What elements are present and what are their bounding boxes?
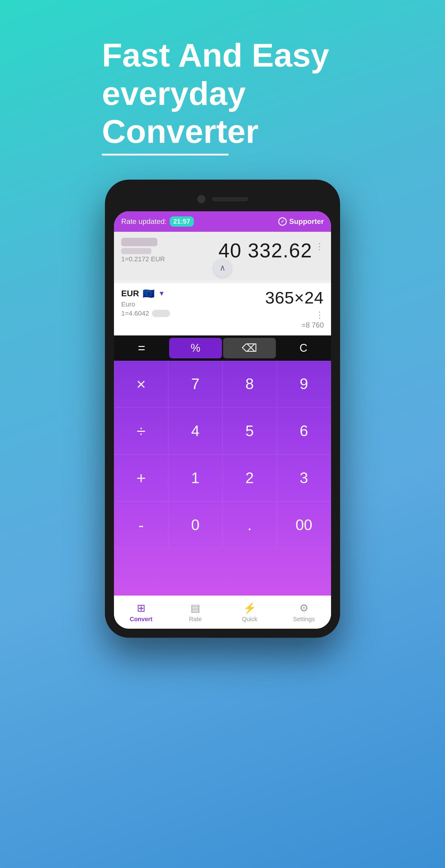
swap-row: ∧ xyxy=(114,265,331,280)
currency-amount-right: 365×24 ⋮ =8 760 xyxy=(265,288,324,330)
calc-key-3[interactable]: 3 xyxy=(277,455,331,501)
calc-key-×[interactable]: × xyxy=(114,361,168,408)
currency-amount-1: 40 332.62 xyxy=(218,239,313,262)
rate-pill xyxy=(152,310,170,317)
calc-key-00[interactable]: 00 xyxy=(277,501,331,549)
headline-line1: Fast And Easy xyxy=(102,36,329,73)
nav-icon-quick: ⚡ xyxy=(243,602,256,614)
calc-key-4[interactable]: 4 xyxy=(168,407,222,455)
currency-name: Euro xyxy=(121,301,170,308)
bottom-nav: ⊞Convert▤Rate⚡Quick⚙Settings xyxy=(114,595,331,629)
dropdown-arrow-icon[interactable]: ▼ xyxy=(158,290,165,298)
rate-updated-label: Rate updated: xyxy=(121,217,167,226)
nav-icon-settings: ⚙ xyxy=(299,602,308,614)
nav-label-settings: Settings xyxy=(293,616,315,623)
nav-label-rate: Rate xyxy=(189,616,202,623)
expression-result: =8 760 xyxy=(265,321,324,330)
calc-key-9[interactable]: 9 xyxy=(277,361,331,408)
nav-icon-rate: ▤ xyxy=(190,602,200,614)
more-icon-1[interactable]: ⋮ xyxy=(315,241,324,251)
supporter-icon: ✓ xyxy=(278,217,287,226)
chevron-up-icon: ∧ xyxy=(219,263,226,273)
currency-flag-placeholder-1 xyxy=(121,238,157,246)
nav-item-rate[interactable]: ▤Rate xyxy=(168,596,222,629)
currency-label-row: EUR 🇪🇺 ▼ xyxy=(121,288,170,299)
currency-flag-placeholder-2 xyxy=(121,248,151,254)
equals-button[interactable]: = xyxy=(115,338,168,358)
phone-camera xyxy=(197,195,206,204)
currency-row-2[interactable]: EUR 🇪🇺 ▼ Euro 1=4.6042 365×24 ⋮ =8 760 xyxy=(114,283,331,336)
ops-row: = % ⌫ C xyxy=(114,336,331,361)
headline-text: Fast And Easy everyday Converter xyxy=(102,36,373,151)
time-badge: 21:57 xyxy=(170,216,194,227)
nav-label-convert: Convert xyxy=(130,616,153,623)
eu-flag-icon: 🇪🇺 xyxy=(143,288,155,299)
nav-item-settings[interactable]: ⚙Settings xyxy=(277,596,331,629)
supporter-label: Supporter xyxy=(289,217,324,226)
calc-key-1[interactable]: 1 xyxy=(168,455,222,501)
headline-line2: everyday xyxy=(102,75,246,112)
currency-rate-1: 1=0.2172 EUR xyxy=(121,255,165,263)
nav-label-quick: Quick xyxy=(242,616,257,623)
supporter-section: ✓ Supporter xyxy=(278,217,324,226)
phone-frame: Rate updated: 21:57 ✓ Supporter 1=0.2172… xyxy=(105,180,340,638)
headline-underline xyxy=(102,154,229,156)
currency-rate-2-text: 1=4.6042 xyxy=(121,310,149,317)
calc-key--[interactable]: - xyxy=(114,501,168,549)
calc-key-8[interactable]: 8 xyxy=(222,361,277,408)
calc-key-÷[interactable]: ÷ xyxy=(114,407,168,455)
rate-updated-section: Rate updated: 21:57 xyxy=(121,216,194,227)
expression-amount: 365×24 xyxy=(265,288,324,307)
phone-screen: Rate updated: 21:57 ✓ Supporter 1=0.2172… xyxy=(114,211,331,629)
nav-item-convert[interactable]: ⊞Convert xyxy=(114,596,168,629)
status-bar: Rate updated: 21:57 ✓ Supporter xyxy=(114,211,331,232)
calc-key-+[interactable]: + xyxy=(114,455,168,501)
calculator-grid: ×789÷456+123-0.00 xyxy=(114,361,331,595)
currency-code: EUR xyxy=(121,289,139,299)
calc-key-5[interactable]: 5 xyxy=(222,407,277,455)
calc-key-.[interactable]: . xyxy=(222,501,277,549)
phone-speaker xyxy=(212,197,248,201)
calc-key-7[interactable]: 7 xyxy=(168,361,222,408)
clear-button[interactable]: C xyxy=(277,338,330,358)
more-icon-2[interactable]: ⋮ xyxy=(265,310,324,320)
currency-rate-row: 1=4.6042 xyxy=(121,310,170,317)
phone-notch xyxy=(114,189,331,210)
swap-button[interactable]: ∧ xyxy=(213,259,232,277)
nav-icon-convert: ⊞ xyxy=(137,602,145,614)
backspace-button[interactable]: ⌫ xyxy=(223,338,276,358)
calc-key-2[interactable]: 2 xyxy=(222,455,277,501)
calc-key-0[interactable]: 0 xyxy=(168,501,222,549)
calc-key-6[interactable]: 6 xyxy=(277,407,331,455)
percent-button[interactable]: % xyxy=(169,338,222,358)
nav-item-quick[interactable]: ⚡Quick xyxy=(222,596,277,629)
headline-line3: Converter xyxy=(102,113,259,150)
